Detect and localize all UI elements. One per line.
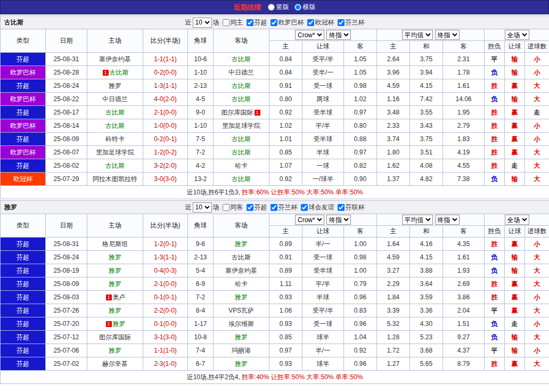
away-team: 里加足球学院 <box>214 119 269 133</box>
home-team: 图尔库国际 <box>87 331 143 344</box>
avg-draw-odds: 7.42 <box>410 93 443 106</box>
corner-score: 7-5 <box>188 133 214 146</box>
avg-draw-odds: 3.55 <box>410 106 443 119</box>
home-team: 古比斯 <box>87 119 143 133</box>
column-subheader: 胜负 <box>485 226 505 238</box>
away-team: 塞伊奈约基 <box>214 264 269 277</box>
home-team: 雅罗 <box>87 251 143 264</box>
league-filter-checkbox-input[interactable] <box>338 19 345 26</box>
league-filter-checkbox[interactable]: 芬超 <box>247 203 267 212</box>
odds-source-group: Crow*终指 <box>269 29 377 41</box>
match-score: 1-2(0-1) <box>143 238 188 251</box>
result-outcome: 平 <box>485 304 505 317</box>
odds-final-select[interactable]: 终指 <box>326 215 351 225</box>
recent-count-select[interactable]: 10 <box>193 18 212 28</box>
result-handicap: 赢 <box>505 291 525 304</box>
away-team-name: VPS瓦萨 <box>228 307 254 314</box>
average-select[interactable]: 平均值 <box>402 215 433 225</box>
match-row: 芬超25-08-09科特卡0-2(0-1)7-5古比斯1.01受半球0.883.… <box>1 133 549 146</box>
match-row: 芬超25-07-12图尔库国际3-1(3-0)10-8雅罗0.85球半1.041… <box>1 331 549 344</box>
corner-score: 2-13 <box>188 251 214 264</box>
result-handicap: 走 <box>505 159 525 173</box>
league-filter-checkbox-label: 芬兰杯 <box>278 203 298 212</box>
average-select[interactable]: 平均值 <box>402 30 433 40</box>
summary-row: 近10场,胜6平1负3, 胜率:60% 让胜率:50% 大率:50% 单率:50… <box>1 186 549 199</box>
home-team-name: 古比斯 <box>105 162 125 169</box>
odds-final-select[interactable]: 终指 <box>326 30 351 40</box>
league-filter-checkbox-input[interactable] <box>247 19 253 26</box>
recent-count-select[interactable]: 10 <box>193 202 212 213</box>
column-subheader: 让球 <box>302 226 344 238</box>
away-team: 哈卡 <box>214 277 269 291</box>
fulltime-select[interactable]: 全场 <box>505 215 529 225</box>
league-badge: 欧罗巴杯 <box>1 119 46 133</box>
odds-away: 0.98 <box>344 79 377 93</box>
average-final-select[interactable]: 终指 <box>435 215 460 225</box>
match-row: 芬超25-07-02赫尔辛基2-3(1-0)6-7雅罗0.93球半0.961.2… <box>1 357 549 371</box>
away-team-name: 雅罗 <box>235 293 248 301</box>
odds-handicap: 半球 <box>302 146 344 159</box>
league-filter-checkbox[interactable]: 球会友谊 <box>301 203 334 212</box>
venue-filter-checkbox[interactable]: 同主 <box>223 18 243 27</box>
league-filter-checkbox-label: 芬超 <box>255 203 267 212</box>
layout-radio-input[interactable] <box>268 4 275 11</box>
odds-source-select[interactable]: Crow* <box>295 30 324 40</box>
match-score: 0-2(0-0) <box>143 66 188 79</box>
column-header: 类型 <box>1 29 46 53</box>
avg-draw-odds: 4.30 <box>410 317 443 331</box>
topbar: 近期战绩 竖版 横版 <box>0 0 549 14</box>
odds-source-select[interactable]: Crow* <box>295 215 324 225</box>
avg-away-odds: 1.61 <box>443 251 485 264</box>
odds-home: 1.06 <box>269 304 302 317</box>
league-filter-checkbox[interactable]: 芬超 <box>247 18 267 27</box>
league-badge: 欧罗巴杯 <box>1 66 46 79</box>
league-filter-checkbox-input[interactable] <box>301 204 308 211</box>
radio-vertical[interactable]: 竖版 <box>268 3 289 12</box>
column-subheader: 客 <box>344 41 377 53</box>
match-score: 2-1(0-0) <box>143 277 188 291</box>
league-filter-checkbox-input[interactable] <box>247 204 253 211</box>
venue-filter-checkbox-input[interactable] <box>223 19 230 26</box>
column-header: 比分(半场) <box>143 214 188 238</box>
avg-away-odds: 9.27 <box>443 331 485 344</box>
odds-home: 0.97 <box>269 344 302 357</box>
league-filter-checkbox[interactable]: 芬兰杯 <box>271 203 298 212</box>
home-team: 塞伊奈约基 <box>87 53 143 66</box>
avg-away-odds: 1.93 <box>443 264 485 277</box>
venue-filter-checkbox-input[interactable] <box>223 204 230 211</box>
odds-away: 0.80 <box>344 119 377 133</box>
column-header: 客场 <box>214 214 269 238</box>
odds-home: 0.92 <box>269 106 302 119</box>
result-outcome: 胜 <box>485 133 505 146</box>
home-team-name: 雅罗 <box>109 347 121 354</box>
red-card-badge: 1 <box>106 321 112 327</box>
layout-radio-input[interactable] <box>294 4 301 11</box>
league-filter-checkbox-input[interactable] <box>271 19 277 26</box>
odds-handicap: 受半球 <box>302 264 344 277</box>
league-badge: 芬超 <box>1 106 46 119</box>
average-final-select[interactable]: 终指 <box>435 30 460 40</box>
league-filter-checkbox[interactable]: 欧罗巴杯 <box>271 18 304 27</box>
avg-home-odds: 1.62 <box>377 159 410 173</box>
result-handicap: 赢 <box>505 106 525 119</box>
league-filter-checkbox[interactable]: 芬联杯 <box>338 203 365 212</box>
league-filter-checkbox-input[interactable] <box>271 204 277 211</box>
odds-handicap: 半/一 <box>302 238 344 251</box>
league-filter-checkbox[interactable]: 芬兰杯 <box>338 18 365 27</box>
result-goals: 大 <box>525 93 549 106</box>
venue-filter-checkbox[interactable]: 同客 <box>223 203 243 212</box>
result-outcome: 胜 <box>485 357 505 371</box>
avg-draw-odds: 4.15 <box>410 251 443 264</box>
away-team-name: 古比斯 <box>232 175 251 183</box>
fulltime-select[interactable]: 全场 <box>505 30 529 40</box>
match-date: 25-07-06 <box>46 344 87 357</box>
radio-horizontal[interactable]: 横版 <box>294 3 316 12</box>
team-history-table: 古比斯近10场同主芬超欧罗巴杯欧冠杯芬兰杯类型日期主场比分(半场)角球客场Cro… <box>0 15 549 199</box>
odds-handicap: 半球 <box>302 291 344 304</box>
odds-home: 0.80 <box>269 93 302 106</box>
avg-draw-odds: 4.16 <box>410 238 443 251</box>
league-filter-checkbox-input[interactable] <box>338 204 345 211</box>
corner-score: 4-5 <box>188 93 214 106</box>
league-filter-checkbox-input[interactable] <box>307 19 314 26</box>
league-filter-checkbox[interactable]: 欧冠杯 <box>307 18 334 27</box>
